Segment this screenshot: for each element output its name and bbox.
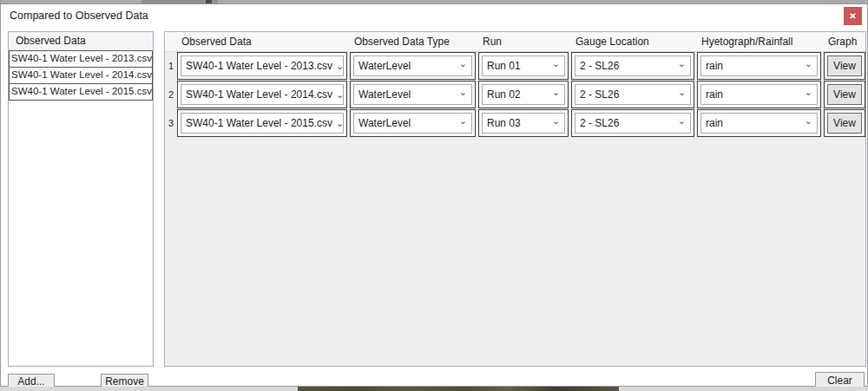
chevron-down-icon: ⌄ [805, 113, 812, 130]
chevron-down-icon: ⌄ [336, 89, 344, 100]
chevron-down-icon: ⌄ [678, 113, 686, 130]
list-item[interactable]: SW40-1 Water Level - 2013.csv [9, 50, 153, 68]
cell-run: Run 01⌄ [478, 52, 569, 80]
table-row: 1 SW40-1 Water Level - 2013.csv⌄ WaterLe… [165, 52, 865, 80]
cell-gauge-location: 2 - SL26⌄ [571, 109, 694, 137]
view-graph-button[interactable]: View [827, 55, 862, 76]
chevron-down-icon: ⌄ [805, 55, 812, 73]
row-number: 3 [165, 109, 177, 137]
chevron-down-icon: ⌄ [336, 118, 344, 128]
cell-hyetograph-rainfall: rain⌄ [697, 81, 821, 108]
cell-observed-data: SW40-1 Water Level - 2013.csv⌄ [177, 52, 347, 80]
chevron-down-icon: ⌄ [552, 113, 560, 130]
column-header-observed-data: Observed Data [177, 32, 350, 51]
cell-graph: View [824, 109, 865, 137]
gauge-location-dropdown[interactable]: 2 - SL26⌄ [575, 84, 691, 105]
observed-data-list-header: Observed Data [9, 32, 153, 51]
chevron-down-icon: ⌄ [678, 84, 686, 101]
background-aerial-image-sliver [298, 387, 619, 391]
gauge-location-dropdown[interactable]: 2 - SL26⌄ [575, 55, 691, 76]
cell-observed-data-type: WaterLevel⌄ [350, 52, 476, 80]
row-number: 2 [165, 81, 177, 108]
observed-data-type-dropdown[interactable]: WaterLevel⌄ [353, 55, 472, 76]
observed-data-type-dropdown[interactable]: WaterLevel⌄ [353, 113, 472, 134]
run-dropdown[interactable]: Run 01⌄ [482, 55, 565, 76]
row-number: 1 [165, 52, 177, 80]
list-item[interactable]: SW40-1 Water Level - 2015.csv [9, 83, 153, 101]
cell-observed-data: SW40-1 Water Level - 2014.csv⌄ [177, 81, 347, 108]
hyetograph-rainfall-dropdown[interactable]: rain⌄ [700, 84, 818, 105]
chevron-down-icon: ⌄ [459, 84, 467, 101]
cell-graph: View [824, 52, 865, 80]
column-header-rownum [165, 32, 177, 51]
column-header-gauge-location: Gauge Location [571, 32, 697, 51]
cell-run: Run 03⌄ [478, 109, 569, 137]
cell-observed-data-type: WaterLevel⌄ [350, 81, 476, 108]
hyetograph-rainfall-dropdown[interactable]: rain⌄ [700, 113, 818, 134]
observed-data-list-panel: Observed Data SW40-1 Water Level - 2013.… [8, 31, 154, 367]
list-item[interactable]: SW40-1 Water Level - 2014.csv [9, 67, 153, 84]
column-header-run: Run [478, 32, 571, 51]
cell-observed-data: SW40-1 Water Level - 2015.csv⌄ [177, 109, 347, 137]
dialog-title: Compared to Observed Data [10, 10, 148, 22]
background-window-sliver-bottom [0, 387, 868, 391]
observed-data-dropdown[interactable]: SW40-1 Water Level - 2014.csv⌄ [181, 84, 344, 105]
chevron-down-icon: ⌄ [336, 61, 344, 71]
chevron-down-icon: ⌄ [459, 113, 467, 130]
chevron-down-icon: ⌄ [552, 84, 560, 101]
view-graph-button[interactable]: View [827, 113, 862, 134]
run-dropdown[interactable]: Run 03⌄ [482, 113, 565, 134]
run-dropdown[interactable]: Run 02⌄ [482, 84, 565, 105]
view-graph-button[interactable]: View [827, 84, 862, 105]
cell-gauge-location: 2 - SL26⌄ [571, 52, 694, 80]
comparison-grid: Observed Data Observed Data Type Run Gau… [164, 31, 866, 367]
chevron-down-icon: ⌄ [805, 84, 812, 101]
table-row: 2 SW40-1 Water Level - 2014.csv⌄ WaterLe… [165, 81, 865, 108]
observed-data-type-dropdown[interactable]: WaterLevel⌄ [353, 84, 472, 105]
observed-data-dropdown[interactable]: SW40-1 Water Level - 2015.csv⌄ [181, 113, 344, 134]
cell-run: Run 02⌄ [478, 81, 569, 108]
cell-graph: View [824, 81, 865, 108]
hyetograph-rainfall-dropdown[interactable]: rain⌄ [700, 55, 818, 76]
chevron-down-icon: ⌄ [678, 55, 686, 73]
compared-to-observed-data-dialog: Compared to Observed Data ✕ Observed Dat… [0, 3, 868, 387]
cell-hyetograph-rainfall: rain⌄ [697, 109, 821, 137]
cell-observed-data-type: WaterLevel⌄ [350, 109, 476, 137]
column-header-observed-data-type: Observed Data Type [350, 32, 478, 51]
observed-data-dropdown[interactable]: SW40-1 Water Level - 2013.csv⌄ [181, 55, 344, 76]
close-icon[interactable]: ✕ [844, 7, 862, 25]
chevron-down-icon: ⌄ [552, 55, 560, 73]
gauge-location-dropdown[interactable]: 2 - SL26⌄ [575, 113, 691, 134]
column-header-hyetograph-rainfall: Hyetograph/Rainfall [697, 32, 824, 51]
cell-hyetograph-rainfall: rain⌄ [697, 52, 821, 80]
table-row: 3 SW40-1 Water Level - 2015.csv⌄ WaterLe… [165, 109, 865, 137]
column-header-graph: Graph [824, 32, 865, 51]
chevron-down-icon: ⌄ [459, 55, 467, 73]
grid-header-row: Observed Data Observed Data Type Run Gau… [165, 32, 865, 52]
cell-gauge-location: 2 - SL26⌄ [571, 81, 694, 108]
